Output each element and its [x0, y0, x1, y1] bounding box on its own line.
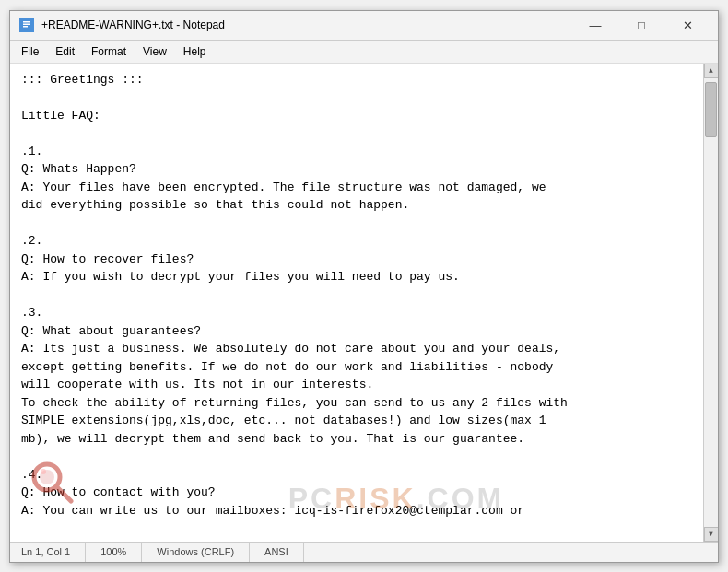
- zoom-label: 100%: [100, 546, 126, 557]
- minimize-button[interactable]: —: [574, 16, 616, 34]
- menu-edit[interactable]: Edit: [48, 42, 82, 61]
- scroll-up-button[interactable]: ▲: [704, 64, 719, 78]
- title-bar: +README-WARNING+.txt - Notepad — □ ✕: [10, 11, 718, 41]
- editor-wrapper: ::: Greetings ::: Little FAQ: .1. Q: Wha…: [10, 64, 718, 542]
- menu-view[interactable]: View: [135, 42, 174, 61]
- status-ln-col: Ln 1, Col 1: [18, 543, 86, 562]
- menu-help[interactable]: Help: [176, 42, 214, 61]
- status-encoding: ANSI: [250, 543, 304, 562]
- status-bar: Ln 1, Col 1 100% Windows (CRLF) ANSI: [10, 542, 718, 562]
- title-bar-left: +README-WARNING+.txt - Notepad: [19, 18, 225, 32]
- scroll-thumb[interactable]: [705, 82, 717, 137]
- window-title: +README-WARNING+.txt - Notepad: [41, 18, 225, 31]
- menu-format[interactable]: Format: [84, 42, 134, 61]
- title-bar-controls: — □ ✕: [574, 16, 709, 34]
- scroll-down-button[interactable]: ▼: [704, 527, 719, 542]
- status-line-ending: Windows (CRLF): [142, 543, 250, 562]
- text-editor[interactable]: ::: Greetings ::: Little FAQ: .1. Q: Wha…: [10, 64, 703, 542]
- scrollbar[interactable]: ▲ ▼: [703, 64, 718, 542]
- svg-rect-2: [23, 24, 30, 26]
- menu-bar: File Edit Format View Help: [10, 41, 718, 64]
- notepad-window: +README-WARNING+.txt - Notepad — □ ✕ Fil…: [9, 10, 719, 563]
- editor-area: ::: Greetings ::: Little FAQ: .1. Q: Wha…: [10, 64, 718, 542]
- maximize-button[interactable]: □: [620, 16, 663, 34]
- ln-col-label: Ln 1, Col 1: [21, 546, 70, 557]
- svg-rect-3: [23, 26, 28, 28]
- scroll-track[interactable]: [704, 78, 718, 527]
- status-zoom: 100%: [86, 543, 142, 562]
- notepad-icon: [19, 18, 34, 32]
- svg-rect-1: [23, 21, 30, 23]
- line-ending-label: Windows (CRLF): [157, 546, 234, 557]
- encoding-label: ANSI: [264, 546, 288, 557]
- close-button[interactable]: ✕: [666, 16, 709, 34]
- menu-file[interactable]: File: [14, 42, 46, 61]
